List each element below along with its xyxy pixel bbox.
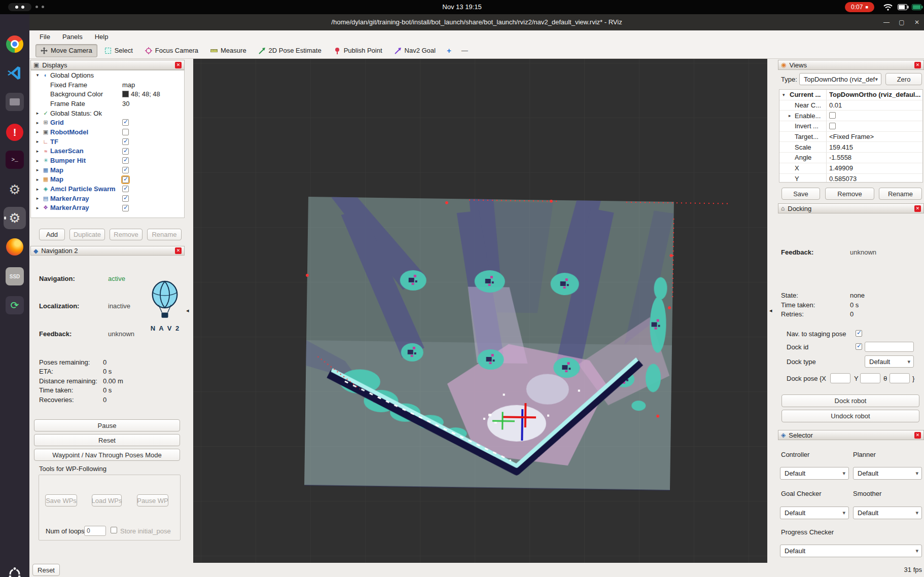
displays-panel-header[interactable]: ▣ Displays ✕	[30, 60, 185, 70]
view-type-select[interactable]: TopDownOrtho (rviz_def ▾	[799, 73, 881, 85]
menu-help[interactable]: Help	[89, 32, 115, 42]
row-value[interactable]: 48; 48; 48	[131, 90, 160, 98]
nav-to-staging-checkbox[interactable]	[856, 330, 862, 337]
enable-checkbox[interactable]	[829, 112, 836, 119]
row-value[interactable]: 0.585073	[829, 175, 857, 183]
num-loops-input[interactable]	[84, 526, 106, 536]
tree-row-bumper-hit[interactable]: ▸ ✳ Bumper Hit	[31, 156, 184, 165]
dock-id-input[interactable]	[865, 342, 914, 352]
left-splitter[interactable]: ◂	[185, 59, 193, 563]
tree-row-frame-rate[interactable]: Frame Rate 30	[31, 99, 184, 109]
visibility-checkbox[interactable]	[122, 129, 129, 135]
visibility-checkbox[interactable]	[122, 167, 129, 173]
expander-icon[interactable]: ▸	[34, 149, 41, 154]
tool-focus-camera[interactable]: Focus Camera	[140, 44, 203, 57]
tree-row-amcl-particle-swarm[interactable]: ▸ ◈ Amcl Particle Swarm	[31, 184, 184, 194]
view-row-angle[interactable]: Angle -1.5558	[779, 153, 922, 163]
save-view-button[interactable]: Save	[781, 188, 820, 200]
tool-publish-point[interactable]: Publish Point	[329, 44, 387, 57]
view-row-invert[interactable]: Invert ...	[779, 121, 922, 132]
pause-wp-button[interactable]: Pause WP	[137, 494, 168, 507]
clock[interactable]: Nov 13 19:15	[0, 3, 924, 11]
firefox-icon[interactable]	[4, 236, 26, 258]
view-row-scale[interactable]: Scale 159.415	[779, 142, 922, 153]
add-tool-button[interactable]: +	[443, 44, 455, 57]
tree-row-markerarray-2[interactable]: ▸ ❖ MarkerArray	[31, 203, 184, 213]
tree-row-markerarray[interactable]: ▸ ▤ MarkerArray	[31, 194, 184, 203]
nav2-panel-header[interactable]: ◆ Navigation 2 ✕	[30, 246, 185, 256]
dock-pose-x-input[interactable]	[830, 373, 850, 383]
docking-panel-header[interactable]: ⌂ Docking ✕	[778, 203, 924, 213]
visibility-checkbox[interactable]	[122, 148, 129, 155]
rename-view-button[interactable]: Rename	[879, 188, 922, 200]
tool-select[interactable]: Select	[99, 44, 138, 57]
dock-pose-y-input[interactable]	[860, 373, 880, 383]
row-value[interactable]: -1.5558	[829, 154, 851, 161]
expander-icon[interactable]: ▾	[783, 92, 785, 97]
terminal-icon[interactable]: >_	[4, 149, 26, 171]
view-row-target-frame[interactable]: Target... <Fixed Frame>	[779, 132, 922, 142]
close-window-button[interactable]: ✕	[912, 17, 922, 27]
visibility-checkbox[interactable]	[122, 195, 129, 202]
visibility-checkbox[interactable]	[122, 138, 129, 145]
expander-icon[interactable]: ▾	[34, 73, 41, 78]
tool-measure[interactable]: Measure	[205, 44, 252, 57]
view-row-x[interactable]: X 1.49909	[779, 163, 922, 174]
controller-select[interactable]: Default ▾	[780, 467, 849, 480]
visibility-checkbox[interactable]	[122, 176, 129, 183]
views-panel-header[interactable]: ◉ Views ✕	[778, 60, 924, 70]
expander-icon[interactable]: ▸	[34, 196, 41, 201]
planner-select[interactable]: Default ▾	[853, 467, 922, 480]
remove-view-button[interactable]: Remove	[825, 188, 874, 200]
dock-pose-theta-input[interactable]	[890, 373, 910, 383]
tree-row-tf[interactable]: ▸ ∟ TF	[31, 137, 184, 147]
view-row-enable[interactable]: ▸ Enable...	[779, 111, 922, 121]
undock-robot-button[interactable]: Undock robot	[781, 410, 919, 422]
right-splitter[interactable]: ◂	[767, 59, 778, 563]
expander-icon[interactable]: ▸	[34, 129, 41, 134]
waypoint-mode-button[interactable]: Waypoint / Nav Through Poses Mode	[34, 449, 180, 461]
expander-icon[interactable]: ▸	[34, 205, 41, 210]
settings-gear-icon[interactable]: ⚙	[4, 178, 26, 201]
close-icon[interactable]: ✕	[175, 247, 182, 254]
store-initial-pose-checkbox[interactable]	[111, 527, 117, 533]
close-icon[interactable]: ✕	[914, 205, 921, 212]
chrome-icon[interactable]	[4, 33, 26, 55]
tree-row-global-status[interactable]: ▸ ✓ Global Status: Ok	[31, 109, 184, 118]
expander-icon[interactable]: ▸	[789, 113, 791, 118]
save-wps-button[interactable]: Save WPs	[45, 494, 77, 507]
zero-button[interactable]: Zero	[885, 73, 922, 85]
remove-tool-button[interactable]: —	[457, 44, 472, 57]
close-icon[interactable]: ✕	[914, 432, 921, 439]
close-icon[interactable]: ✕	[914, 62, 921, 68]
view-row-near-clip[interactable]: Near C... 0.01	[779, 100, 922, 111]
expander-icon[interactable]: ▸	[34, 111, 41, 116]
pause-button[interactable]: Pause	[34, 419, 180, 431]
bottom-reset-button[interactable]: Reset	[32, 564, 60, 576]
vscode-icon[interactable]	[4, 62, 26, 84]
dock-robot-button[interactable]: Dock robot	[781, 394, 919, 407]
load-wps-button[interactable]: Load WPs	[92, 494, 122, 507]
progress-checker-select[interactable]: Default ▾	[780, 545, 922, 557]
invert-checkbox[interactable]	[829, 123, 836, 129]
expander-icon[interactable]: ▸	[34, 187, 41, 192]
view-row-y[interactable]: Y 0.585073	[779, 174, 922, 185]
expander-icon[interactable]: ▸	[34, 167, 41, 172]
row-value[interactable]: 1.49909	[829, 164, 853, 172]
close-icon[interactable]: ✕	[175, 62, 182, 68]
row-value[interactable]: map	[122, 81, 135, 89]
3d-viewport[interactable]	[193, 59, 767, 563]
tree-row-background-color[interactable]: Background Color 48; 48; 48	[31, 89, 184, 99]
minimize-button[interactable]: —	[881, 17, 892, 27]
files-icon[interactable]	[4, 91, 26, 113]
smoother-select[interactable]: Default ▾	[853, 507, 922, 519]
software-updater-icon[interactable]: ⟳	[4, 294, 26, 316]
row-value[interactable]: <Fixed Frame>	[829, 133, 874, 140]
dock-id-checkbox[interactable]	[856, 343, 862, 350]
window-titlebar[interactable]: /home/dylan/git/training-bot/install/bot…	[29, 14, 924, 30]
tree-row-map-2[interactable]: ▸ ▦ Map	[31, 175, 184, 185]
ssd-drive-icon[interactable]: SSD	[4, 265, 26, 287]
menu-panels[interactable]: Panels	[56, 32, 89, 42]
rviz-app-icon[interactable]: ⚙	[4, 207, 26, 229]
reset-button[interactable]: Reset	[34, 434, 180, 446]
